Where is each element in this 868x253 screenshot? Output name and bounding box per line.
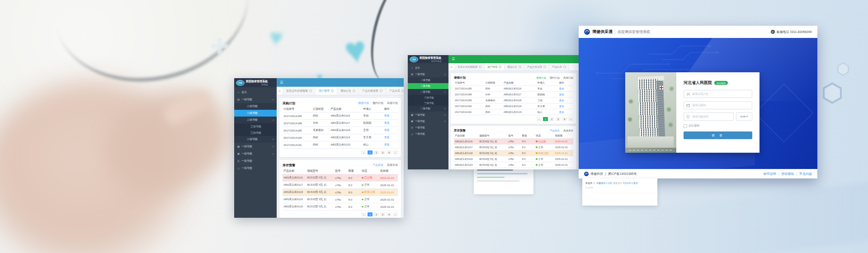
sidebar-item[interactable]: ▦ 一级导航 ∨ [234,143,277,150]
chevron-icon: ∧ [444,73,446,75]
page-button[interactable]: ‹ [537,117,542,121]
plan-link[interactable]: 预约计划 [550,76,560,80]
view-link[interactable]: 查看 [383,114,398,118]
plan-link[interactable]: 高值计划 [387,101,398,105]
page-button[interactable]: 1 [543,117,548,121]
page-button[interactable]: ‹ [361,150,366,155]
page-button[interactable]: › [393,212,398,216]
page-button[interactable]: › [568,117,573,121]
sidebar-item[interactable]: 二级导航 [408,83,448,89]
remember-label: 记住密码 [689,124,699,128]
remember-checkbox[interactable] [684,124,687,128]
column-header: 规格型号 [478,134,507,137]
view-link[interactable]: 查看 [383,136,398,140]
footer-link[interactable]: 常见问题 [794,172,812,176]
footer-link[interactable]: 密钥驱动 [776,172,794,176]
plan-link[interactable]: 领用计划 [358,101,369,105]
sidebar-item[interactable]: 二级导航 ∧ [234,117,277,123]
view-link[interactable]: 查看 [558,87,573,90]
tab[interactable]: 产品出库 [386,87,404,95]
page-button[interactable]: 2 [374,212,379,216]
footer-link[interactable]: 操作说明 [763,172,776,176]
sidebar-item[interactable]: ▦ 一级导航 ∨ [408,112,448,118]
sidebar-item[interactable]: ▣ 一级导航 ∨ [234,150,277,157]
tab[interactable]: 产品出库 [549,63,569,70]
expiry-cell: 2023-01-01 [379,177,398,179]
page-button[interactable]: 2 [549,117,554,121]
sidebar-item[interactable]: △ 一级导航 [234,164,277,172]
tab[interactable]: 产品分类设置 [359,87,386,95]
page-button[interactable]: 3 [380,212,385,216]
tab[interactable]: 产品分类设置 [524,63,549,70]
page-button[interactable]: 3 [556,117,561,121]
view-link[interactable]: 查看 [383,128,398,132]
sidebar-item[interactable]: 三级导航 [408,95,448,100]
building-trees [629,99,633,103]
page-button[interactable]: 1 [368,212,373,216]
pagination: ‹1234› [283,211,398,217]
batch-cell: o78o [334,198,347,201]
sidebar-item[interactable]: 二级导航 [408,77,448,83]
sidebar-item[interactable]: ⌂ 首页 [234,89,277,96]
spec-cell: BC533型 5孔 右 [478,164,507,167]
sidebar-item[interactable]: ▣ 一级导航 ∨ [408,118,448,124]
sidebar-item[interactable]: △ 一级导航 [408,131,448,137]
username-input[interactable] [691,92,750,96]
view-link[interactable]: 查看 [558,93,573,96]
tabs-collapse-icon[interactable]: « [448,63,455,70]
view-link[interactable]: 查看 [558,111,573,114]
inventory-link[interactable]: 产品库存 [550,129,560,132]
page-button[interactable]: 1 [368,150,373,155]
hamburger-icon[interactable]: ☰ [280,81,283,84]
sidebar-item[interactable]: 二级导航 ∨ [234,136,277,143]
view-link[interactable]: 查看 [383,121,398,125]
sidebar-item[interactable]: ◎ 一级导航 [234,157,277,164]
sidebar-item[interactable]: ◎ 一级导航 [408,124,448,131]
view-link[interactable]: 查看 [558,99,573,102]
captcha-question[interactable]: 6+8=? [736,112,752,121]
tab[interactable]: 通知公告 [505,63,524,70]
password-input[interactable] [691,103,750,107]
inventory-link[interactable]: 高值库存 [563,129,573,132]
status-cell: 正常 [361,183,379,187]
page-button[interactable]: › [393,150,398,155]
plan-link[interactable]: 领用计划 [536,76,546,80]
view-link[interactable]: 查看 [383,143,398,147]
menu-icon: ▦ [237,145,240,148]
sidebar-item[interactable]: 三级导航 [408,100,448,106]
tabs-collapse-icon[interactable]: « [277,87,283,95]
view-link[interactable]: 查看 [558,105,573,108]
sidebar-item[interactable]: ▤ 一级导航 ∧ [408,71,448,77]
sidebar-item[interactable]: 三级导航 [234,130,277,136]
sidebar-item[interactable]: ▤ 一级导航 ∧ [234,96,277,103]
background-hand [90,73,244,211]
column-header: 产品名称 [454,134,478,137]
sidebar-item[interactable]: ⌂ 首页 [408,65,448,71]
page-button[interactable]: 4 [562,117,567,121]
sidebar-item[interactable]: 三级导航 [234,123,277,130]
inventory-link[interactable]: 高值库存 [387,163,398,167]
tab[interactable]: 用户管理 [485,63,505,70]
page-button[interactable]: 4 [387,150,392,155]
captcha-input[interactable] [691,115,731,118]
tab[interactable]: 资质证件效期预警 [283,87,316,95]
sidebar-item[interactable]: 二级导航 ∧ [408,89,448,95]
tab[interactable]: 资质证件效期预警 [455,63,485,70]
page-button[interactable]: 3 [380,150,385,155]
hamburger-icon[interactable]: ☰ [452,57,455,61]
page-button[interactable]: 2 [374,150,379,155]
login-button[interactable]: 登 录 [684,131,752,139]
plan-id-cell: 20171001A189 [283,129,312,132]
column-header: 操作 [558,81,573,84]
app-subtitle: 临床科室端 [420,60,441,62]
sidebar-item[interactable]: 二级导航 ∨ [408,106,448,112]
tab[interactable]: 用户管理 [316,87,337,95]
sidebar-item[interactable]: 二级导航 [234,103,277,110]
page-button[interactable]: ‹ [361,212,366,216]
plan-link[interactable]: 高值计划 [563,76,573,80]
inventory-link[interactable]: 产品库存 [373,163,383,167]
page-button[interactable]: 4 [387,212,392,216]
plan-link[interactable]: 预约计划 [373,101,383,105]
sidebar-item[interactable]: 二级导航 [234,110,277,117]
tab[interactable]: 通知公告 [337,87,359,95]
